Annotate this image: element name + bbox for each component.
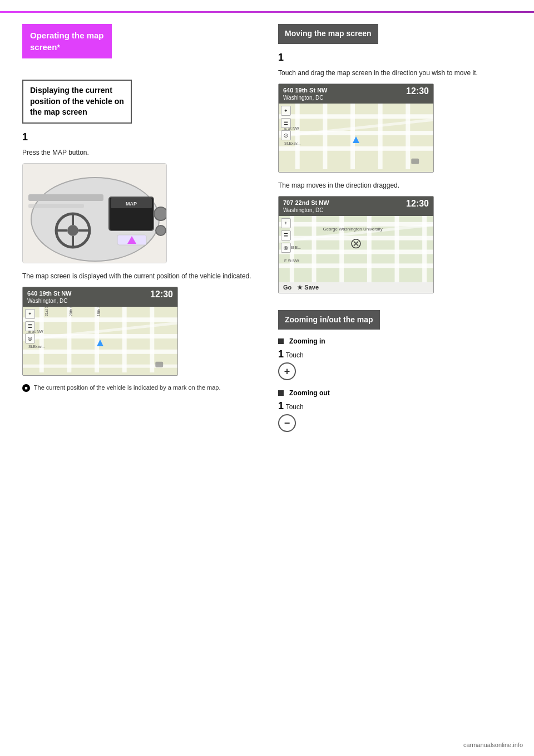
zoom-in-square-icon	[278, 338, 284, 344]
moving-step-text: Touch and drag the map screen in the dir…	[278, 68, 512, 78]
moving-map-2-address: 707 22nd St NW Washington, DC	[283, 199, 329, 214]
content-area: Operating the map screen* Displaying the…	[0, 24, 534, 441]
display-step-note: The map screen is displayed with the cur…	[22, 271, 267, 281]
svg-rect-34	[155, 362, 163, 367]
moving-map-2-header: 707 22nd St NW Washington, DC 12:30	[279, 197, 433, 216]
map-location-icon[interactable]: ◎	[25, 333, 35, 343]
svg-text:St.Exav...: St.Exav...	[28, 345, 44, 348]
map-sidebar-icons: + ☰ ◎	[25, 309, 35, 343]
notice-icon: ■	[22, 384, 30, 392]
moving-map-2-footer: Go ★ Save	[279, 282, 433, 293]
zoom-out-symbol: −	[284, 418, 290, 429]
svg-text:20th St NW: 20th St NW	[69, 307, 73, 316]
display-current-title: Displaying the current position of the v…	[30, 86, 124, 116]
zooming-section-header: Zooming in/out the map	[278, 310, 380, 330]
svg-rect-26	[150, 307, 154, 372]
page-container: Operating the map screen* Displaying the…	[0, 0, 534, 756]
svg-rect-42	[378, 104, 383, 169]
svg-text:E St NW: E St NW	[284, 259, 299, 263]
zoom-out-label: Zooming out	[278, 389, 512, 397]
svg-rect-58	[395, 216, 399, 283]
svg-rect-39	[295, 104, 300, 169]
svg-rect-15	[28, 194, 103, 201]
watermark: carmanualsonline.info	[463, 742, 523, 748]
moving2-layers-icon[interactable]: ☰	[281, 230, 291, 240]
svg-rect-22	[39, 307, 44, 372]
zoom-out-square-icon	[278, 390, 284, 396]
svg-point-14	[156, 225, 166, 235]
zoom-out-step-text: Touch	[286, 403, 304, 411]
moving-map-1-icons: + ☰ ◎	[281, 106, 291, 140]
svg-rect-25	[122, 307, 127, 372]
main-title-text: Operating the map screen*	[30, 31, 104, 52]
moving-map-screen-2: 707 22nd St NW Washington, DC 12:30	[278, 196, 434, 293]
display-step-number: 1	[22, 131, 267, 143]
moving-map-layers-icon[interactable]: ☰	[281, 118, 291, 128]
map-footer-save[interactable]: ★ Save	[297, 284, 319, 291]
svg-rect-41	[350, 104, 355, 169]
zoom-in-step: 1 Touch +	[278, 348, 512, 380]
svg-rect-43	[406, 104, 410, 169]
svg-text:MAP: MAP	[126, 201, 137, 207]
moving-map-screen-1: 640 19th St NW Washington, DC 12:30	[278, 84, 434, 173]
moving-map-title: Moving the map screen	[285, 29, 372, 38]
moving-map-2-body: George Washington University 1st St E...…	[279, 216, 433, 283]
display-note-text: The current position of the vehicle is i…	[34, 384, 221, 391]
svg-point-13	[154, 207, 167, 220]
right-column: Moving the map screen 1 Touch and drag t…	[278, 24, 512, 441]
map-layers-icon[interactable]: ☰	[25, 321, 35, 331]
dashboard-illustration: MAP	[22, 163, 167, 263]
svg-rect-50	[279, 222, 433, 227]
zoom-in-label-text: Zooming in	[289, 337, 325, 345]
zoom-out-step: 1 Touch −	[278, 400, 512, 432]
display-map-time: 12:30	[150, 289, 173, 300]
moving-map-2-time: 12:30	[406, 199, 429, 209]
display-map-body: 21st St NW 20th St NW 18th St NW E St NW…	[23, 307, 177, 372]
zoom-in-step-number: 1	[278, 348, 284, 360]
zoom-out-step-number: 1	[278, 400, 284, 411]
svg-rect-52	[279, 249, 433, 254]
svg-text:George Washington University: George Washington University	[323, 227, 382, 232]
display-map-address-line1: 640 19th St NW	[27, 289, 71, 297]
display-map-address-line2: Washington, DC	[27, 297, 71, 305]
moving-map-1-addr2: Washington, DC	[283, 94, 327, 101]
moving-map-2-icons: + ☰ ◎	[281, 218, 291, 253]
svg-rect-16	[28, 204, 84, 208]
zoom-out-section: Zooming out 1 Touch −	[278, 389, 512, 432]
moving-map-1-address: 640 19th St NW Washington, DC	[283, 86, 327, 101]
main-section-title: Operating the map screen*	[22, 24, 112, 58]
zoom-in-step-text: Touch	[286, 351, 304, 359]
moving-map-2-addr1: 707 22nd St NW	[283, 199, 329, 207]
display-map-screen: 640 19th St NW Washington, DC 12:30	[22, 287, 178, 376]
map-footer-go[interactable]: Go	[283, 284, 291, 291]
svg-text:21st St NW: 21st St NW	[44, 307, 48, 316]
svg-text:St.Exav...: St.Exav...	[284, 141, 300, 145]
left-column: Operating the map screen* Displaying the…	[22, 24, 267, 441]
zoom-in-label: Zooming in	[278, 337, 512, 345]
moving-map-1-time: 12:30	[406, 86, 429, 96]
zoom-in-symbol: +	[284, 366, 290, 377]
svg-rect-48	[411, 159, 419, 164]
moving-map-zoom-icon[interactable]: +	[281, 106, 291, 116]
top-divider	[0, 11, 534, 13]
zoom-out-button[interactable]: −	[278, 414, 296, 432]
moving-map-loc-icon[interactable]: ◎	[281, 130, 291, 140]
moving-map-1-body: E St NW St.Exav... + ☰ ◎	[279, 104, 433, 169]
zooming-title: Zooming in/out the map	[285, 315, 373, 324]
svg-point-3	[67, 225, 78, 236]
moving-map-2-addr2: Washington, DC	[283, 207, 329, 214]
display-current-section-header: Displaying the current position of the v…	[22, 80, 132, 124]
display-note: ■ The current position of the vehicle is…	[22, 384, 267, 392]
display-map-header: 640 19th St NW Washington, DC 12:30	[23, 287, 177, 307]
svg-rect-55	[312, 216, 317, 283]
moving2-loc-icon[interactable]: ◎	[281, 243, 291, 253]
zoom-out-label-text: Zooming out	[289, 389, 330, 397]
zoom-in-button[interactable]: +	[278, 362, 296, 380]
svg-text:18th St NW: 18th St NW	[97, 307, 101, 316]
moving2-zoom-icon[interactable]: +	[281, 218, 291, 228]
moving-map-1-header: 640 19th St NW Washington, DC 12:30	[279, 84, 433, 104]
moving-step-note: The map moves in the direction dragged.	[278, 180, 512, 190]
map-zoom-icon[interactable]: +	[25, 309, 35, 319]
svg-rect-40	[323, 104, 327, 169]
display-map-address: 640 19th St NW Washington, DC	[27, 289, 71, 305]
